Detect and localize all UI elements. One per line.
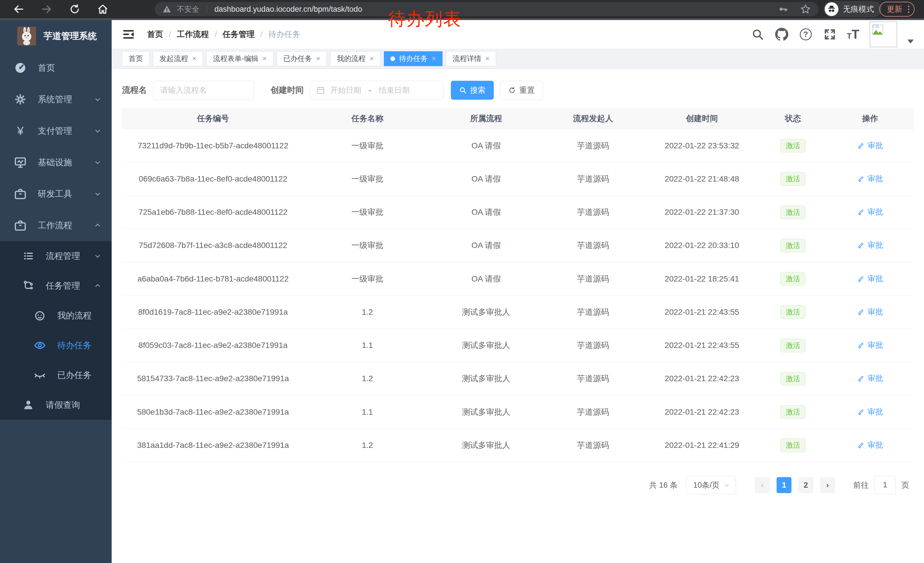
- key-icon[interactable]: [777, 4, 788, 15]
- status-badge: 激活: [780, 172, 806, 186]
- monitor-icon: [13, 156, 27, 169]
- top-navbar: 首页 / 工作流程 / 任务管理 / 待办任务 ?: [112, 20, 924, 49]
- github-icon[interactable]: [775, 27, 789, 41]
- logo-image: [17, 27, 36, 45]
- tab-close-icon[interactable]: ×: [369, 54, 374, 63]
- sidebar-item-my-process[interactable]: 我的流程: [0, 301, 112, 330]
- cell-created: 2022-01-21 22:43:55: [645, 296, 759, 329]
- sidebar-toggle-icon[interactable]: [122, 28, 135, 41]
- sidebar-item-todo-tasks[interactable]: 待办任务: [0, 330, 112, 360]
- cell-task-id: 58154733-7ac8-11ec-a9e2-a2380e71991a: [122, 362, 304, 395]
- avatar[interactable]: [870, 21, 897, 47]
- warning-icon: [162, 4, 172, 14]
- tab-close-icon[interactable]: ×: [485, 54, 489, 63]
- next-page-icon[interactable]: ›: [820, 477, 835, 493]
- search-icon[interactable]: [751, 27, 765, 41]
- tab[interactable]: 流程表单-编辑 ×: [206, 51, 273, 66]
- browser-menu-icon[interactable]: [908, 6, 909, 13]
- breadcrumb-home[interactable]: 首页: [147, 29, 163, 40]
- sidebar-item-home[interactable]: 首页: [0, 52, 112, 84]
- search-button[interactable]: 搜索: [451, 81, 494, 100]
- reload-icon[interactable]: [68, 3, 81, 16]
- total-count: 共 16 条: [649, 480, 678, 490]
- col-task-name: 任务名称: [304, 108, 431, 129]
- tab-close-icon[interactable]: ×: [316, 54, 320, 63]
- sidebar-item-payment[interactable]: ¥ 支付管理: [0, 115, 112, 147]
- tab-close-icon[interactable]: ×: [192, 54, 196, 63]
- table-row: 381aa1dd-7ac8-11ec-a9e2-a2380e71991a 1.2…: [122, 429, 914, 462]
- sidebar-item-process-mgmt[interactable]: 流程管理: [0, 241, 112, 271]
- fullscreen-icon[interactable]: [823, 27, 837, 41]
- sidebar-item-devtools[interactable]: 研发工具: [0, 178, 112, 210]
- cell-actions: 审批: [826, 296, 914, 329]
- chevron-down-icon[interactable]: [908, 39, 914, 44]
- gear-icon: [13, 93, 27, 106]
- cell-created: 2022-01-22 21:37:30: [645, 195, 759, 229]
- page-size-select[interactable]: 10条/页: [686, 476, 736, 494]
- breadcrumb-task-mgmt[interactable]: 任务管理: [223, 29, 255, 40]
- bookmark-star-icon[interactable]: [800, 3, 811, 15]
- approve-link-label: 审批: [868, 307, 883, 317]
- cell-created: 2022-01-22 23:53:32: [645, 129, 759, 162]
- sidebar-item-leave-query[interactable]: 请假查询: [0, 390, 112, 420]
- tab[interactable]: 首页: [122, 51, 149, 66]
- address-bar[interactable]: 不安全 dashboard.yudao.iocoder.cn/bpm/task/…: [154, 2, 819, 17]
- tab-label: 流程表单-编辑: [213, 54, 258, 63]
- approve-link-label: 审批: [868, 240, 883, 250]
- cell-task-id: a6aba0a4-7b6d-11ec-b781-acde48001122: [122, 262, 304, 296]
- goto-page-input[interactable]: [874, 476, 896, 494]
- start-date-placeholder: 开始日期: [330, 85, 361, 95]
- sidebar-item-workflow[interactable]: 工作流程: [0, 210, 112, 241]
- process-name-input[interactable]: [153, 81, 254, 100]
- sidebar-item-label: 支付管理: [38, 125, 93, 137]
- approve-link[interactable]: 审批: [857, 207, 883, 217]
- approve-link[interactable]: 审批: [857, 407, 883, 417]
- tab[interactable]: 已办任务 ×: [277, 51, 327, 66]
- forward-icon[interactable]: [40, 3, 53, 16]
- sidebar-item-infra[interactable]: 基础设施: [0, 147, 112, 178]
- page-button-1[interactable]: 1: [777, 477, 792, 493]
- col-status: 状态: [759, 108, 826, 129]
- approve-link[interactable]: 审批: [857, 373, 883, 383]
- cell-actions: 审批: [826, 395, 914, 429]
- tab[interactable]: 发起流程 ×: [153, 51, 203, 66]
- yen-icon: ¥: [13, 125, 27, 137]
- approve-link[interactable]: 审批: [857, 240, 883, 250]
- cell-status: 激活: [759, 229, 826, 262]
- cell-task-name: 1.2: [304, 362, 431, 395]
- page-button-2[interactable]: 2: [798, 477, 813, 493]
- approve-link[interactable]: 审批: [857, 174, 883, 184]
- sidebar-item-system[interactable]: 系统管理: [0, 84, 112, 115]
- cell-status: 激活: [759, 195, 826, 229]
- tab[interactable]: 待办任务 ×: [384, 51, 442, 66]
- reset-button[interactable]: 重置: [500, 81, 543, 100]
- cell-actions: 审批: [826, 362, 914, 395]
- create-time-label: 创建时间: [270, 84, 304, 96]
- approve-link[interactable]: 审批: [857, 340, 883, 350]
- app-logo[interactable]: 芋道管理系统: [0, 20, 112, 52]
- tab[interactable]: 我的流程 ×: [330, 51, 380, 66]
- tab[interactable]: 流程详情 ×: [446, 51, 496, 66]
- font-size-icon[interactable]: TT: [847, 29, 859, 40]
- status-badge: 激活: [780, 206, 806, 219]
- help-icon[interactable]: ?: [799, 27, 813, 41]
- approve-link[interactable]: 审批: [857, 307, 883, 317]
- status-badge: 激活: [780, 339, 806, 352]
- cell-task-id: 069c6a63-7b8a-11ec-8ef0-acde48001122: [122, 162, 304, 195]
- sidebar-item-task-mgmt[interactable]: 任务管理: [0, 271, 112, 301]
- cell-status: 激活: [759, 362, 826, 395]
- approve-link[interactable]: 审批: [857, 273, 883, 284]
- sidebar-item-done-tasks[interactable]: 已办任务: [0, 360, 112, 390]
- tab-close-icon[interactable]: ×: [262, 54, 267, 63]
- search-button-label: 搜索: [470, 85, 486, 95]
- date-range-picker[interactable]: 开始日期 - 结束日期: [310, 81, 443, 100]
- tab-close-icon[interactable]: ×: [432, 54, 436, 63]
- back-icon[interactable]: [12, 3, 25, 16]
- approve-link[interactable]: 审批: [857, 140, 883, 151]
- update-button[interactable]: 更新: [879, 2, 915, 17]
- prev-page-icon[interactable]: ‹: [755, 477, 770, 493]
- breadcrumb-workflow[interactable]: 工作流程: [177, 29, 209, 40]
- home-icon[interactable]: [96, 3, 110, 16]
- filter-form: 流程名 创建时间 开始日期 - 结束日期 搜索: [122, 81, 914, 100]
- approve-link[interactable]: 审批: [857, 440, 883, 450]
